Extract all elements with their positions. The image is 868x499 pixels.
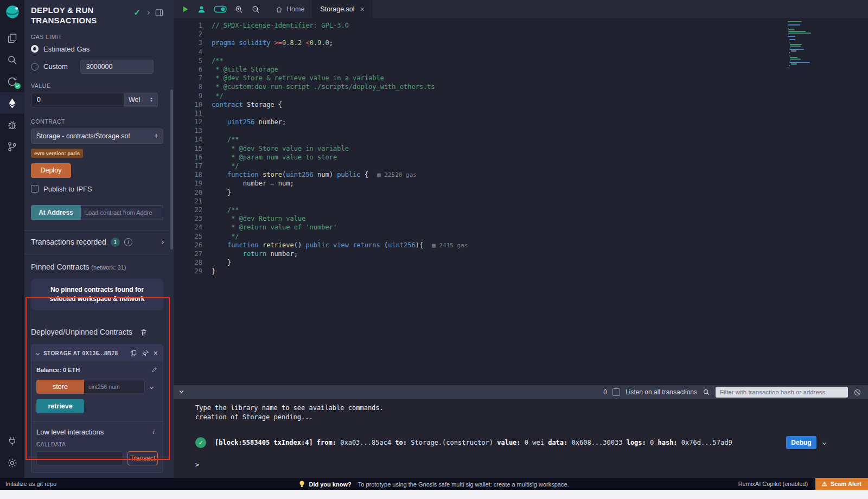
terminal-header: 0 Listen on all transactions (174, 385, 868, 399)
pinned-contracts-title: Pinned Contracts (network: 31) (31, 263, 163, 271)
status-bar: Initialize as git repo Did you know? To … (0, 478, 868, 490)
panel-title: DEPLOY & RUN TRANSACTIONS (31, 5, 118, 26)
value-unit-select[interactable]: Wei ▲▼ (124, 93, 158, 107)
gas-icon: ▦ (377, 171, 384, 178)
deploy-run-panel: DEPLOY & RUN TRANSACTIONS ✓ GAS LIMIT Es… (24, 0, 170, 478)
copy-address-icon[interactable] (130, 349, 137, 357)
scrollbar-thumb[interactable] (170, 89, 173, 250)
remove-instance-icon[interactable]: × (154, 349, 158, 357)
copilot-status[interactable]: RemixAI Copilot (enabled) (738, 481, 808, 487)
warning-icon: ⚠ (822, 481, 827, 488)
deployed-contract-card: STORAGE AT 0X136...8B78 × Balance: 0 ETH (31, 344, 163, 473)
trash-icon[interactable] (140, 328, 148, 336)
clear-terminal-icon[interactable] (853, 388, 861, 396)
remix-ide-window: DEPLOY & RUN TRANSACTIONS ✓ GAS LIMIT Es… (0, 0, 868, 499)
at-address-button[interactable]: At Address (31, 205, 81, 220)
evm-version-badge: evm version: paris (31, 149, 83, 158)
zoom-out-icon[interactable] (251, 5, 260, 14)
scam-alert-button[interactable]: ⚠ Scam Alert (815, 478, 868, 490)
store-function-button[interactable]: store (36, 380, 84, 394)
tab-home-label: Home (286, 5, 304, 13)
terminal-filter-input[interactable] (716, 387, 848, 398)
editor-area: Home Storage.sol × 123456789101112131415… (174, 0, 868, 478)
terminal-collapse-icon[interactable] (180, 392, 183, 393)
value-label: VALUE (31, 82, 163, 89)
at-address-input[interactable] (81, 205, 163, 220)
retrieve-function-button[interactable]: retrieve (36, 399, 84, 413)
pin-icon[interactable] (142, 349, 149, 357)
tab-close-icon[interactable]: × (360, 5, 365, 14)
git-init-status[interactable]: Initialize as git repo (0, 481, 56, 487)
panel-scrollbar[interactable] (170, 0, 174, 478)
plugin-manager-icon[interactable] (0, 430, 24, 452)
minimap[interactable] (788, 21, 822, 68)
toggle-panel-icon[interactable] (155, 9, 163, 17)
search-icon[interactable] (0, 49, 24, 71)
run-script-icon[interactable] (181, 5, 189, 14)
low-level-info-icon: i (150, 428, 158, 436)
contract-select-arrows-icon: ▲▼ (155, 133, 158, 139)
terminal-output-line: Type the library name to see available c… (195, 404, 868, 413)
tip-prefix: Did you know? (309, 481, 351, 488)
tip-text: To prototype using the Gnosis safe multi… (358, 481, 569, 488)
panel-chevron-right-icon[interactable] (146, 10, 150, 14)
debugger-icon[interactable] (0, 114, 24, 136)
tab-storage-label: Storage.sol (320, 5, 354, 13)
listen-all-checkbox[interactable] (612, 388, 620, 396)
expand-params-icon[interactable] (150, 385, 154, 389)
listen-all-label: Listen on all transactions (626, 388, 697, 396)
gas-estimate-hint: ▦ 22520 gas (368, 171, 417, 178)
transactions-expand-icon[interactable] (160, 240, 164, 244)
settings-icon[interactable] (0, 452, 24, 474)
unit-stepper-icon: ▲▼ (150, 97, 153, 103)
zoom-in-icon[interactable] (234, 5, 244, 14)
contract-select-value: Storage - contracts/Storage.sol (36, 132, 130, 140)
transact-button[interactable]: Transact (127, 451, 158, 465)
transactions-count-badge: 1 (111, 238, 120, 247)
tab-storage-sol[interactable]: Storage.sol × (312, 0, 372, 19)
panel-check-icon: ✓ (133, 8, 141, 17)
home-icon (276, 6, 283, 13)
calldata-input[interactable] (36, 451, 123, 465)
tx-expand-icon[interactable] (822, 440, 826, 444)
tx-success-icon: ✓ (195, 437, 206, 448)
contract-select[interactable]: Storage - contracts/Storage.sol ▲▼ (31, 129, 163, 144)
tx-log-text: [block:5583405 txIndex:4] from: 0xa03...… (215, 439, 732, 446)
estimated-gas-radio[interactable] (31, 45, 39, 53)
edit-balance-icon[interactable] (151, 366, 158, 373)
low-level-label: Low level interactions (36, 428, 104, 436)
deploy-button[interactable]: Deploy (31, 163, 71, 178)
transaction-log-row[interactable]: ✓ [block:5583405 txIndex:4] from: 0xa03.… (195, 436, 868, 449)
custom-gas-radio[interactable] (31, 63, 39, 71)
copilot-toggle-icon[interactable] (214, 5, 227, 14)
file-explorer-icon[interactable] (0, 27, 24, 49)
value-input[interactable] (31, 93, 124, 107)
deploy-and-run-icon[interactable] (0, 92, 24, 114)
info-icon: i (124, 238, 132, 246)
store-argument-input[interactable] (84, 380, 145, 394)
deployed-contracts-title: Deployed/Unpinned Contracts (31, 328, 132, 336)
terminal[interactable]: Type the library name to see available c… (174, 399, 868, 478)
ai-assistant-icon[interactable] (197, 5, 206, 14)
transactions-recorded-label: Transactions recorded (31, 238, 106, 246)
transactions-recorded-row[interactable]: Transactions recorded 1 i (31, 231, 163, 254)
window-bottom-edge (0, 490, 868, 499)
git-icon[interactable] (0, 136, 24, 157)
custom-gas-label: Custom (43, 62, 68, 71)
tab-home[interactable]: Home (268, 0, 312, 19)
custom-gas-input[interactable] (80, 60, 154, 74)
instance-header: STORAGE AT 0X136...8B78 (43, 350, 125, 356)
instance-collapse-icon[interactable] (36, 351, 40, 355)
code-lines: // SPDX-License-Identifier: GPL-3.0pragm… (202, 20, 868, 385)
value-unit-label: Wei (129, 96, 140, 104)
contract-label: CONTRACT (31, 118, 163, 125)
pinned-title-text: Pinned Contracts (31, 263, 89, 271)
solidity-compiler-icon[interactable] (0, 71, 24, 92)
calldata-label: CALLDATA (36, 442, 158, 447)
publish-ipfs-checkbox[interactable] (31, 185, 39, 193)
debug-button[interactable]: Debug (786, 436, 816, 449)
code-editor[interactable]: 1234567891011121314151617181920212223242… (174, 20, 868, 385)
remix-logo[interactable] (5, 4, 20, 20)
editor-gutter: 1234567891011121314151617181920212223242… (174, 20, 202, 385)
publish-ipfs-label: Publish to IPFS (43, 185, 92, 193)
